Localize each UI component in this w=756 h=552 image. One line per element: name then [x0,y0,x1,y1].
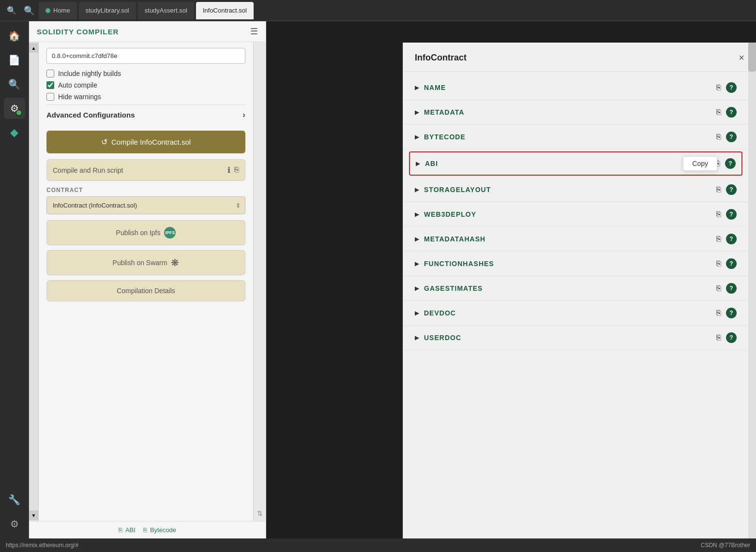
name-copy-icon[interactable]: ⎘ [716,83,721,92]
tab-info-contract[interactable]: InfoContract.sol [196,2,254,19]
abi-label: ABI [125,526,136,534]
storagelayout-copy-icon[interactable]: ⎘ [716,185,721,194]
modal-scrollbar[interactable] [748,43,756,538]
tab-study-assert[interactable]: studyAssert.sol [138,2,194,19]
compiler-menu-icon[interactable]: ☰ [250,26,258,37]
functionhashes-arrow-icon: ▶ [415,260,419,267]
userdoc-copy-icon[interactable]: ⎘ [716,333,721,342]
scroll-down-btn[interactable]: ▼ [29,510,39,520]
compile-icon: ↺ [101,137,107,147]
section-row-web3deploy[interactable]: ▶ WEB3DEPLOY ⎘ ? [403,202,748,227]
swarm-icon: ❋ [171,257,179,269]
copy-icon[interactable]: ⎘ [234,165,239,175]
compile-button[interactable]: ↺ Compile InfoContract.sol [46,131,245,153]
advanced-config-arrow: › [242,110,245,120]
modal-scroll-thumb [748,43,756,72]
section-row-gasestimates[interactable]: ▶ GASESTIMATES ⎘ ? [403,276,748,301]
compile-run-icons: ℹ ⎘ [227,165,239,175]
metadatahash-arrow-icon: ▶ [415,236,419,242]
hide-warnings-checkbox[interactable] [46,93,54,101]
abi-help-icon[interactable]: ? [725,158,736,169]
sidebar-item-files[interactable]: 📄 [4,49,25,71]
nightly-builds-label: Include nightly builds [58,70,121,77]
watermark: CSDN @77Brother [701,542,750,549]
compilation-details-modal: InfoContract × ▶ NAME ⎘ ? ▶ METADATA ⎘ ? [403,43,756,538]
section-row-metadata[interactable]: ▶ METADATA ⎘ ? [403,100,748,125]
web3deploy-copy-icon[interactable]: ⎘ [716,210,721,219]
name-help-icon[interactable]: ? [726,82,737,93]
scroll-up-btn[interactable]: ▲ [29,43,39,53]
status-url: https://remix.ethereum.org/# [6,542,78,549]
section-row-functionhashes[interactable]: ▶ FUNCTIONHASHES ⎘ ? [403,252,748,276]
modal-scroll-track [748,43,756,538]
metadata-copy-icon[interactable]: ⎘ [716,108,721,117]
ipfs-icon: IPFS [164,227,176,239]
bytecode-copy-icon[interactable]: ⎘ [716,133,721,141]
name-arrow-icon: ▶ [415,84,419,91]
section-row-abi[interactable]: ▶ ABI ⎘ ? Copy [409,151,742,176]
tab-study-library[interactable]: studyLibrary.sol [79,2,136,19]
web3deploy-arrow-icon: ▶ [415,211,419,218]
compilation-details-button[interactable]: Compilation Details [46,280,245,301]
zoom-in-icon[interactable]: 🔍 [21,3,37,18]
modal-title: InfoContract [415,53,467,63]
functionhashes-help-icon[interactable]: ? [726,258,737,269]
sidebar-item-wrench[interactable]: 🔧 [4,489,25,510]
section-row-bytecode[interactable]: ▶ BYTECODE ⎘ ? [403,125,748,149]
metadata-help-icon[interactable]: ? [726,107,737,118]
gasestimates-copy-icon[interactable]: ⎘ [716,284,721,293]
contract-select[interactable]: InfoContract (InfoContract.sol) [46,196,245,214]
modal-header: InfoContract × [403,43,756,72]
devdoc-copy-icon[interactable]: ⎘ [716,309,721,317]
compile-run-btn[interactable]: Compile and Run script ℹ ⎘ [46,159,245,181]
version-select[interactable]: 0.8.0+commit.c7dfd78e [46,48,245,64]
tab-home[interactable]: Home [39,2,77,19]
modal-body: ▶ NAME ⎘ ? ▶ METADATA ⎘ ? ▶ BYTECODE ⎘ ? [403,72,756,538]
compilation-details-label: Compilation Details [117,287,175,295]
version-select-wrap: 0.8.0+commit.c7dfd78e [46,48,245,64]
bottom-bar: ⎘ ABI ⎘ Bytecode [29,521,266,538]
sidebar-icons: 🏠 📄 🔍 ⚙ ◆ 🔧 ⚙ [0,21,29,538]
storagelayout-help-icon[interactable]: ? [726,184,737,195]
sidebar-item-search[interactable]: 🔍 [4,74,25,95]
tab-study-library-label: studyLibrary.sol [86,7,129,14]
gasestimates-help-icon[interactable]: ? [726,283,737,294]
sidebar-item-settings[interactable]: ⚙ [4,513,25,535]
devdoc-help-icon[interactable]: ? [726,308,737,318]
metadatahash-copy-icon[interactable]: ⎘ [716,235,721,243]
section-row-devdoc[interactable]: ▶ DEVDOC ⎘ ? [403,301,748,326]
sidebar-item-home[interactable]: 🏠 [4,25,25,46]
auto-compile-checkbox[interactable] [46,81,54,89]
contract-label: CONTRACT [46,187,245,194]
functionhashes-copy-icon[interactable]: ⎘ [716,259,721,268]
hide-warnings-label: Hide warnings [58,93,101,101]
modal-close-button[interactable]: × [739,52,744,63]
sidebar-item-compiler[interactable]: ⚙ [4,98,25,119]
bytecode-help-icon[interactable]: ? [726,132,737,142]
userdoc-help-icon[interactable]: ? [726,332,737,343]
publish-ipfs-button[interactable]: Publish on Ipfs IPFS [46,220,245,245]
bytecode-bottom-btn[interactable]: ⎘ Bytecode [143,526,176,534]
section-row-metadatahash[interactable]: ▶ METADATAHASH ⎘ ? [403,227,748,252]
nightly-builds-checkbox[interactable] [46,70,54,77]
info-icon: ℹ [227,165,230,175]
section-row-userdoc[interactable]: ▶ USERDOC ⎘ ? [403,326,748,350]
compile-btn-label: Compile InfoContract.sol [111,138,191,146]
web3deploy-help-icon[interactable]: ? [726,209,737,220]
advanced-config-label: Advanced Configurations [46,111,135,119]
devdoc-arrow-icon: ▶ [415,310,419,316]
tab-home-label: Home [53,7,70,14]
copy-tooltip: Copy [683,156,717,171]
expand-icon[interactable]: ⇅ [257,509,263,517]
sidebar-item-deploy[interactable]: ◆ [4,122,25,143]
advanced-config-row[interactable]: Advanced Configurations › [46,104,245,125]
abi-arrow-icon: ▶ [416,160,420,167]
publish-swarm-button[interactable]: Publish on Swarm ❋ [46,250,245,275]
abi-bottom-btn[interactable]: ⎘ ABI [119,526,136,534]
publish-swarm-label: Publish on Swarm [113,259,167,267]
section-row-name[interactable]: ▶ NAME ⎘ ? [403,75,748,100]
zoom-out-icon[interactable]: 🔍 [4,3,19,18]
section-row-storagelayout[interactable]: ▶ STORAGELAYOUT ⎘ ? [403,178,748,202]
metadatahash-help-icon[interactable]: ? [726,234,737,244]
tab-study-assert-label: studyAssert.sol [145,7,187,14]
